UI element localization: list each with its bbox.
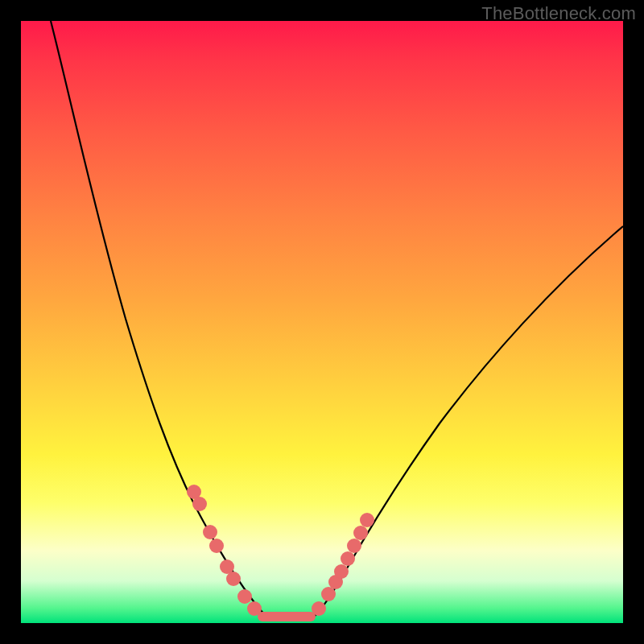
right-arm-curve <box>312 226 623 618</box>
dot <box>226 572 241 586</box>
dot <box>341 551 355 566</box>
dot <box>192 497 207 511</box>
chart-frame: TheBottleneck.com <box>0 0 644 644</box>
dot <box>353 526 368 540</box>
dot <box>312 601 326 616</box>
dot <box>247 601 262 616</box>
dot <box>347 539 361 553</box>
right-dot-cluster <box>312 513 374 616</box>
dot <box>334 564 349 579</box>
left-dot-cluster <box>187 485 262 616</box>
left-arm-curve <box>51 21 268 618</box>
dot <box>321 587 336 601</box>
dot <box>209 539 224 553</box>
curve-overlay <box>21 21 623 623</box>
dot <box>203 525 217 539</box>
dot <box>360 513 374 527</box>
dot <box>237 589 252 604</box>
plot-area <box>21 21 623 623</box>
